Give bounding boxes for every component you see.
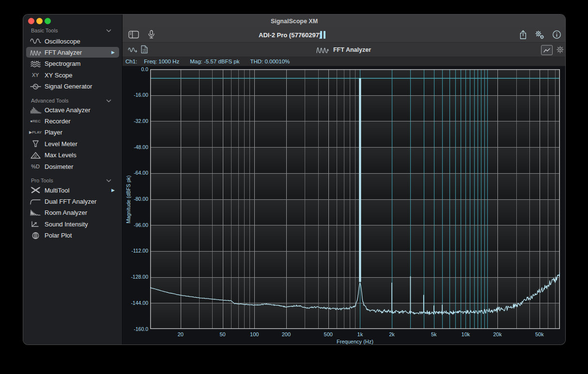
sidebar-item-level-meter[interactable]: Level Meter [26, 138, 119, 149]
sidebar-item-fft-analyzer[interactable]: FFT Analyzer▶ [26, 47, 119, 58]
status-frequency: Freq: 1000 Hz [144, 59, 179, 64]
close-window-button[interactable] [28, 18, 34, 24]
status-channel: Ch1: [125, 59, 137, 64]
octave-bars-icon [26, 106, 45, 114]
sound-intensity-icon [26, 220, 45, 228]
chevron-down-icon[interactable] [106, 178, 111, 183]
sidebar-item-polar-plot[interactable]: Polar Plot [26, 230, 119, 241]
y-tick-label: -160.0 [123, 326, 148, 332]
sidebar-item-multitool[interactable]: MultiTool▶ [26, 185, 119, 195]
app-window: ADI-2 Pro (57760297) FFT Analyzer Ch1: F… [23, 15, 565, 344]
status-thd: THD: 0.00010% [250, 59, 290, 64]
fft-analyzer-icon [316, 45, 329, 54]
sidebar: Basic ToolsOscilloscopeFFT Analyzer▶Spec… [23, 15, 123, 344]
x-tick-label: 2k [389, 331, 395, 337]
zoom-window-button[interactable] [45, 18, 51, 24]
fft-chart-area: Magnitude (dBFS pk) Frequency (Hz) 0.0-1… [122, 66, 565, 344]
fft-plot-canvas[interactable] [150, 69, 560, 329]
sidebar-item-room-analyzer[interactable]: Room Analyzer [26, 208, 119, 218]
x-tick-label: 200 [282, 331, 291, 337]
y-tick-label: -32.00 [123, 118, 148, 124]
sidebar-item-label: Room Analyzer [45, 209, 87, 216]
sidebar-section-header: Basic Tools [31, 26, 118, 35]
chevron-down-icon[interactable] [106, 98, 111, 104]
settings-gears-icon[interactable] [534, 30, 545, 40]
sidebar-item-label: XY Scope [45, 72, 73, 79]
y-tick-label: -96.00 [123, 222, 148, 228]
x-axis-label: Frequency (Hz) [337, 339, 373, 344]
sidebar-item-label: Dosimeter [45, 163, 73, 170]
x-tick-label: 100 [250, 331, 259, 337]
sidebar-item-xy-scope[interactable]: XYXY Scope [26, 70, 119, 80]
x-tick-label: 10k [462, 331, 470, 337]
sidebar-item-label: Dual FFT Analyzer [45, 198, 96, 205]
sidebar-toggle-icon[interactable] [128, 30, 139, 39]
dosimeter-icon: %D [26, 164, 45, 169]
y-tick-label: -128.00 [123, 274, 148, 280]
sine-wave-icon [26, 37, 45, 45]
y-tick-label: -80.00 [123, 196, 148, 202]
sidebar-item-recorder[interactable]: ●RECRecorder [26, 116, 119, 127]
max-levels-icon [26, 151, 45, 159]
rec-icon: ●REC [26, 119, 45, 123]
pause-button[interactable] [320, 31, 326, 39]
sidebar-item-dosimeter[interactable]: %DDosimeter [26, 161, 119, 172]
tool-title: FFT Analyzer [333, 46, 371, 53]
device-label[interactable]: ADI-2 Pro (57760297) [259, 28, 321, 42]
x-tick-label: 50 [220, 331, 226, 337]
sidebar-item-label: FFT Analyzer [45, 49, 82, 56]
y-tick-label: -112.00 [123, 248, 148, 254]
plot-settings-gear-icon[interactable] [556, 45, 565, 54]
sidebar-item-label: Recorder [45, 118, 70, 125]
level-meter-icon [26, 140, 45, 148]
x-tick-label: 20k [493, 331, 502, 337]
sidebar-item-label: MultiTool [45, 187, 69, 194]
sidebar-section-header: Pro Tools [31, 176, 118, 185]
fft-peaks-icon [26, 48, 45, 56]
x-tick-label: 500 [324, 331, 333, 337]
chevron-down-icon[interactable] [106, 28, 111, 33]
sidebar-item-label: Oscilloscope [45, 38, 80, 45]
x-tick-label: 5k [431, 331, 437, 337]
section-label: Pro Tools [31, 178, 53, 183]
sidebar-item-label: Level Meter [45, 140, 77, 148]
tool-header-bar: FFT Analyzer [122, 43, 565, 57]
y-tick-label: -16.00 [123, 92, 148, 98]
y-tick-label: -64.00 [123, 170, 148, 176]
polar-plot-icon [26, 232, 45, 239]
status-magnitude: Mag: -5.57 dBFS pk [190, 59, 239, 64]
sidebar-item-spectrogram[interactable]: Spectrogram [26, 59, 119, 69]
sidebar-item-label: Spectrogram [45, 60, 80, 67]
minimize-window-button[interactable] [36, 18, 43, 24]
sidebar-item-player[interactable]: ▶PLAYPlayer [26, 127, 119, 138]
drill-in-arrow-icon[interactable]: ▶ [111, 47, 115, 58]
sidebar-item-octave-analyzer[interactable]: Octave Analyzer [26, 105, 119, 115]
spectrogram-icon [26, 60, 45, 68]
sidebar-item-label: Polar Plot [45, 232, 72, 239]
section-label: Basic Tools [31, 28, 58, 33]
sidebar-item-oscilloscope[interactable]: Oscilloscope [26, 36, 119, 46]
sidebar-item-label: Max Levels [45, 151, 77, 159]
toolbar: ADI-2 Pro (57760297) [122, 28, 565, 43]
tool-header: FFT Analyzer [122, 43, 565, 57]
y-tick-label: 0.0 [123, 66, 148, 72]
microphone-icon[interactable] [147, 30, 155, 40]
xy-icon: XY [26, 72, 45, 78]
titlebar[interactable] [122, 15, 565, 28]
sidebar-item-max-levels[interactable]: Max Levels [26, 150, 119, 161]
dual-fft-icon [26, 197, 45, 205]
sidebar-item-label: Sound Intensity [45, 221, 88, 228]
sidebar-item-signal-generator[interactable]: Signal Generator [26, 81, 119, 92]
x-tick-label: 1k [357, 331, 363, 337]
drill-in-arrow-icon[interactable]: ▶ [111, 185, 115, 195]
info-icon[interactable] [552, 30, 561, 39]
sidebar-section-header: Advanced Tools [31, 96, 118, 105]
chart-view-button[interactable] [541, 45, 553, 55]
x-tick-label: 20 [178, 331, 184, 337]
sidebar-item-dual-fft-analyzer[interactable]: Dual FFT Analyzer [26, 196, 119, 207]
sidebar-item-label: Signal Generator [45, 83, 92, 90]
sidebar-item-sound-intensity[interactable]: Sound Intensity [26, 219, 119, 229]
sidebar-item-label: Player [45, 129, 62, 136]
share-icon[interactable] [519, 30, 527, 40]
measurement-statusbar: Ch1: Freq: 1000 Hz Mag: -5.57 dBFS pk TH… [122, 57, 565, 66]
